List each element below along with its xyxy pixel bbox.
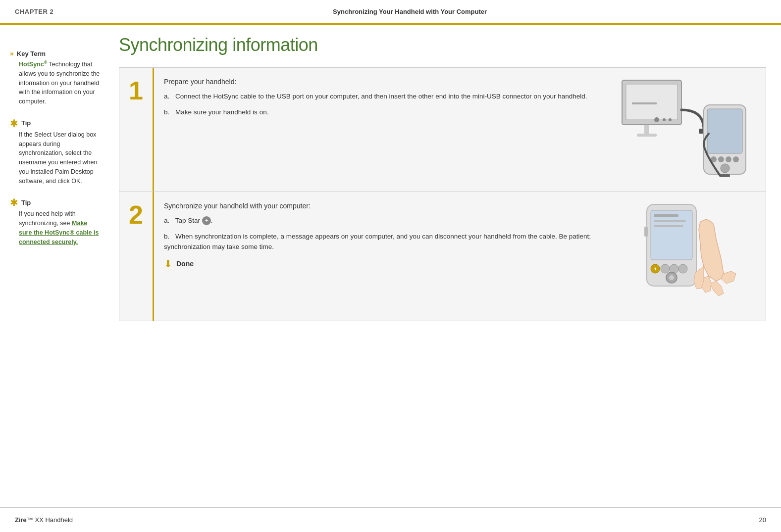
step-2-content: Synchronize your handheld with your comp… — [154, 192, 607, 321]
sidebar-tip-2: ✱ Tip If you need help with synchronizin… — [10, 197, 102, 246]
svg-rect-10 — [707, 109, 742, 153]
step-1-item-b: b. Make sure your handheld is on. — [164, 107, 597, 117]
steps-container: 1 Prepare your handheld: a. Connect the … — [119, 67, 766, 321]
page-title: Synchronizing information — [119, 35, 766, 55]
step-2-item-b: b. When synchronization is complete, a m… — [164, 232, 597, 252]
trademark-symbol: ™ — [27, 516, 33, 524]
sidebar: » Key Term HotSync® Technology that allo… — [10, 35, 109, 497]
svg-rect-16 — [720, 174, 730, 177]
key-term-label: Key Term — [17, 50, 46, 57]
footer-brand: Zire™ XX Handheld — [15, 516, 73, 524]
step-1-content: Prepare your handheld: a. Connect the Ho… — [154, 68, 607, 192]
sidebar-key-term: » Key Term HotSync® Technology that allo… — [10, 49, 102, 106]
tip1-label: Tip — [21, 119, 31, 127]
brand-name: Zire — [15, 516, 27, 524]
star-button-icon: ✦ — [202, 216, 211, 225]
tip2-content: If you need help with synchronizing, see… — [10, 209, 102, 246]
tip2-header: ✱ Tip — [10, 197, 102, 207]
svg-point-6 — [663, 118, 666, 121]
svg-rect-3 — [637, 134, 657, 137]
step-1: 1 Prepare your handheld: a. Connect the … — [119, 68, 766, 192]
svg-point-29 — [669, 275, 674, 280]
hotsyncreg-term: HotSync® — [19, 61, 47, 68]
sidebar-tip-1: ✱ Tip If the Select User dialog box appe… — [10, 118, 102, 186]
chevron-icon: » — [10, 49, 14, 57]
done-arrow-icon: ⬇ — [164, 258, 172, 270]
key-term-content: HotSync® Technology that allows you to s… — [10, 59, 102, 106]
main-content: » Key Term HotSync® Technology that allo… — [0, 25, 781, 507]
svg-point-13 — [726, 156, 731, 162]
page-number: 20 — [759, 516, 766, 524]
step-1-number: 1 — [129, 78, 143, 103]
key-term-header: » Key Term — [10, 49, 102, 57]
step-2-text-a: Tap Star ✦. — [175, 217, 213, 224]
svg-point-14 — [733, 156, 739, 162]
svg-point-26 — [670, 264, 678, 273]
svg-rect-19 — [654, 214, 678, 217]
footer-model: XX Handheld — [35, 516, 73, 524]
svg-rect-22 — [644, 227, 648, 237]
step-2-prefix-a: a. — [164, 217, 169, 224]
step-1-intro: Prepare your handheld: — [164, 78, 597, 86]
asterisk-icon-2: ✱ — [10, 197, 18, 207]
tip1-content: If the Select User dialog box appears du… — [10, 130, 102, 186]
done-label: Done — [176, 260, 194, 268]
svg-point-27 — [678, 264, 687, 273]
content-area: Synchronizing information 1 Prepare your… — [109, 35, 766, 497]
page-footer: Zire™ XX Handheld 20 — [0, 507, 781, 532]
svg-rect-18 — [651, 210, 692, 260]
step-2-list: a. Tap Star ✦. b. When synchronization i… — [164, 216, 597, 252]
step-2-text-b: When synchronization is complete, a mess… — [164, 233, 591, 250]
step-2-number: 2 — [129, 202, 143, 228]
step-2-number-col: 2 — [119, 192, 154, 321]
svg-rect-2 — [644, 125, 649, 135]
svg-text:✦: ✦ — [653, 266, 657, 272]
step-1-number-col: 1 — [119, 68, 154, 192]
step-1-text-b: Make sure your handheld is on. — [175, 108, 268, 116]
svg-point-12 — [718, 156, 724, 162]
header-title: Synchronizing Your Handheld with Your Co… — [53, 8, 766, 15]
svg-rect-1 — [626, 84, 677, 120]
chapter-label: CHAPTER 2 — [15, 8, 53, 15]
svg-point-5 — [654, 117, 659, 122]
tip2-text-before: If you need help with synchronizing, see — [19, 210, 76, 227]
step-2-illustration: ✦ — [617, 199, 756, 313]
device-type: Handheld — [45, 516, 73, 524]
done-row: ⬇ Done — [164, 258, 597, 270]
model-label: XX — [35, 516, 43, 524]
svg-point-15 — [721, 164, 729, 173]
step-1-list: a. Connect the HotSync cable to the USB … — [164, 92, 597, 118]
svg-rect-21 — [654, 225, 683, 227]
step-2-intro: Synchronize your handheld with your comp… — [164, 202, 597, 210]
svg-point-25 — [661, 264, 670, 273]
step-2: 2 Synchronize your handheld with your co… — [119, 192, 766, 321]
svg-rect-4 — [632, 102, 657, 104]
tip2-label: Tip — [21, 199, 31, 206]
step-1-text-a: Connect the HotSync cable to the USB por… — [175, 93, 587, 100]
asterisk-icon-1: ✱ — [10, 118, 18, 128]
step-2-image: ✦ — [607, 192, 766, 321]
page-header: CHAPTER 2 Synchronizing Your Handheld wi… — [0, 0, 781, 25]
step-1-item-a: a. Connect the HotSync cable to the USB … — [164, 92, 597, 101]
step-1-prefix-b: b. — [164, 108, 169, 116]
tip1-header: ✱ Tip — [10, 118, 102, 128]
svg-point-7 — [669, 118, 672, 121]
step-1-image — [607, 68, 766, 192]
step-1-prefix-a: a. — [164, 93, 169, 100]
step-1-illustration — [617, 75, 756, 184]
step-2-item-a: a. Tap Star ✦. — [164, 216, 597, 226]
step-2-prefix-b: b. — [164, 233, 169, 240]
svg-rect-20 — [654, 220, 686, 222]
